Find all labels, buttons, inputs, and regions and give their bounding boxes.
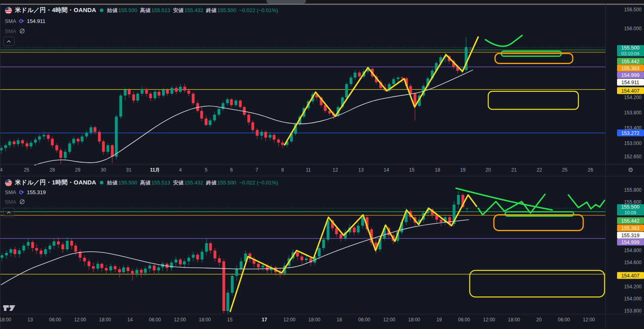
open-value: 155.500 <box>118 180 137 186</box>
candle-body <box>62 244 64 249</box>
candle-body <box>1 255 4 258</box>
price-axis-tick: 153.000 <box>624 141 642 146</box>
sma-label[interactable]: SMA <box>5 18 16 24</box>
close-value: 155.500 <box>217 180 236 186</box>
price-axis-tick: 155.800 <box>624 187 642 193</box>
candle-body <box>132 94 135 100</box>
price-badge-value: 155.383 <box>621 66 639 71</box>
indicator-swap-icon[interactable]: ⟳ <box>19 189 24 195</box>
sma-hidden-label[interactable]: SMA <box>5 199 16 205</box>
price-chart-canvas[interactable]: 4252829303111月45678111213141518192021222… <box>0 0 644 329</box>
candle-body <box>66 241 69 249</box>
us-flag-icon <box>5 7 12 14</box>
zigzag-drawing[interactable] <box>230 195 477 312</box>
symbol-title[interactable]: 米ドル／円・4時間・OANDA <box>15 6 96 14</box>
time-axis-tick: 28 <box>50 167 55 173</box>
open-value: 155.500 <box>118 7 137 13</box>
candle-body <box>136 270 138 273</box>
price-badge-value: 155.319 <box>621 233 639 238</box>
zigzag-drawing[interactable] <box>285 37 478 145</box>
low-label: 安値 <box>173 7 184 14</box>
candle-body <box>209 243 212 250</box>
price-axis-tick: 152.650 <box>624 154 642 159</box>
candle-body <box>171 88 173 93</box>
time-axis-tick: 20 <box>536 317 542 323</box>
candle-body <box>158 92 161 96</box>
candle-body <box>466 208 469 209</box>
time-axis-tick: 06:00 <box>49 317 61 323</box>
candle-body <box>440 220 443 222</box>
price-axis-tick: 156.500 <box>624 7 642 12</box>
candle-body <box>127 267 130 271</box>
candle-body <box>209 120 212 125</box>
time-axis-tick: 12:00 <box>283 317 295 323</box>
candle-body <box>357 226 360 233</box>
price-badge-value: 154.407 <box>621 273 639 279</box>
market-status-dot[interactable] <box>100 8 103 12</box>
green-squiggle[interactable] <box>568 195 605 209</box>
sma-hidden-label[interactable]: SMA <box>5 28 16 34</box>
price-badge-value: 155.383 <box>621 226 639 231</box>
candle-body <box>205 118 208 125</box>
candle-body <box>49 246 52 249</box>
indicator-swap-icon[interactable]: ⟳ <box>19 18 24 24</box>
indicator-row-sma-4h[interactable]: SMA ⟳ 154.911 <box>5 18 45 24</box>
drawing-rectangle[interactable] <box>494 215 583 231</box>
indicator-row-sma-1h[interactable]: SMA ⟳ 155.319 <box>5 189 46 195</box>
drawing-rectangle[interactable] <box>488 91 578 110</box>
candle-body <box>401 78 404 79</box>
time-axis-tick: 14 <box>127 317 133 323</box>
sma-value: 154.911 <box>27 18 45 24</box>
candle-body <box>64 152 67 158</box>
market-status-dot[interactable] <box>100 181 103 184</box>
candle-body <box>218 259 221 263</box>
candle-body <box>131 271 134 273</box>
sma-label[interactable]: SMA <box>5 189 16 195</box>
pane-collapse-button-1h[interactable] <box>3 208 14 217</box>
candle-body <box>201 252 204 260</box>
candle-body <box>392 79 395 84</box>
time-axis-tick: 22 <box>537 167 542 173</box>
candle-body <box>115 117 118 157</box>
candle-body <box>257 264 260 267</box>
time-axis-tick: 06:00 <box>458 317 470 323</box>
high-label: 高値 <box>140 7 151 14</box>
pane-collapse-button-4h[interactable] <box>3 37 14 46</box>
candle-body <box>243 107 246 115</box>
price-axis-tick: 154.200 <box>624 284 642 290</box>
candle-body <box>34 140 37 143</box>
symbol-header-1h[interactable]: 米ドル／円・1時間・OANDA 始値155.500 高値155.513 安値15… <box>5 179 278 186</box>
candle-body <box>213 115 216 120</box>
indicator-row-sma-hidden-1h[interactable]: SMA <box>5 199 25 205</box>
candle-body <box>153 266 156 271</box>
indicator-row-sma-hidden-4h[interactable]: SMA <box>5 28 25 34</box>
candle-body <box>188 258 190 261</box>
symbol-title[interactable]: 米ドル／円・1時間・OANDA <box>15 179 96 186</box>
eye-off-icon[interactable] <box>19 28 25 34</box>
price-badge-value: 154.911 <box>621 80 639 85</box>
candle-body <box>397 78 400 79</box>
bar-countdown: 10:09 <box>625 210 636 215</box>
green-swoosh[interactable] <box>485 35 522 46</box>
price-badge-value: 155.500 <box>621 204 639 210</box>
eye-off-icon[interactable] <box>19 199 25 205</box>
price-badge-value: 155.442 <box>621 218 639 224</box>
candle-body <box>154 92 157 98</box>
time-axis-tick: 12:00 <box>174 317 186 323</box>
us-flag-icon <box>5 179 12 186</box>
time-axis-tick: 14 <box>384 167 389 173</box>
price-axis-tick: 153.800 <box>624 308 642 314</box>
price-axis-tick: 154.800 <box>624 248 642 253</box>
candle-body <box>157 267 160 271</box>
candle-body <box>179 260 182 265</box>
symbol-header-4h[interactable]: 米ドル／円・4時間・OANDA 始値155.500 高値155.513 安値15… <box>5 6 278 14</box>
candle-body <box>92 266 95 269</box>
candle-body <box>227 293 229 311</box>
candle-body <box>345 84 348 97</box>
candle-body <box>40 250 43 254</box>
candle-body <box>273 135 276 139</box>
candle-body <box>149 266 151 269</box>
axis-settings-gear-icon[interactable]: ⚙ <box>626 166 635 174</box>
time-axis-tick: 11 <box>306 167 311 173</box>
candle-body <box>18 250 21 254</box>
